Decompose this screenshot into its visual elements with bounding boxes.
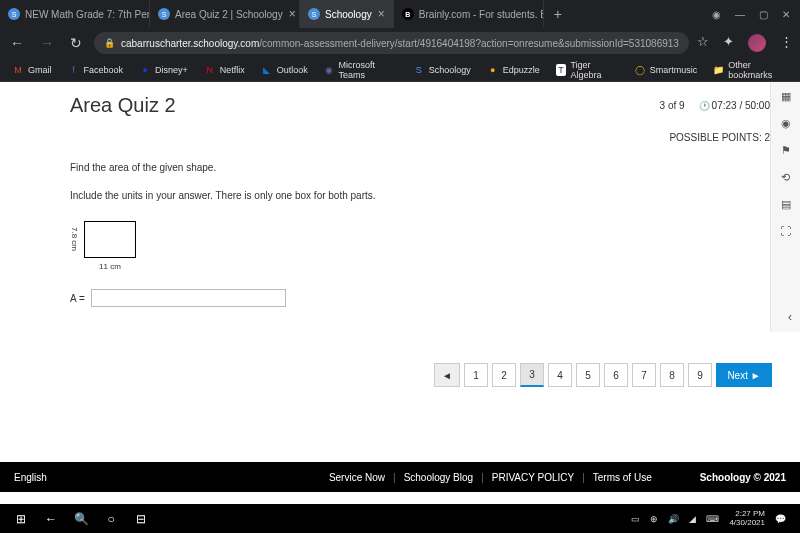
- quiz-meta: 3 of 9 07:23 / 50:00: [660, 100, 770, 111]
- footer-link[interactable]: Service Now: [329, 472, 385, 483]
- smartmusic-icon: ◯: [634, 64, 646, 76]
- footer-link[interactable]: Terms of Use: [593, 472, 652, 483]
- page-number[interactable]: 4: [548, 363, 572, 387]
- page-number[interactable]: 8: [660, 363, 684, 387]
- bookmark-schoology[interactable]: SSchoology: [407, 64, 477, 76]
- tab-label: NEW Math Grade 7: 7th Perioc: [25, 9, 150, 20]
- search-icon[interactable]: 🔍: [66, 512, 96, 526]
- close-icon[interactable]: ×: [372, 7, 385, 21]
- wifi-icon[interactable]: ⊕: [650, 514, 658, 524]
- forward-button[interactable]: →: [36, 35, 58, 51]
- schoology-icon: S: [8, 8, 20, 20]
- url-bar[interactable]: 🔒 cabarruscharter.schoology.com/common-a…: [94, 32, 689, 54]
- tab-label: Brainly.com - For students. By: [419, 9, 544, 20]
- close-icon[interactable]: ×: [283, 7, 296, 21]
- gmail-icon: M: [12, 64, 24, 76]
- page-number-active[interactable]: 3: [520, 363, 544, 387]
- tray-icon[interactable]: ▭: [631, 514, 640, 524]
- windows-taskbar: ⊞ ← 🔍 ○ ⊟ ▭ ⊕ 🔊 ◢ ⌨ 2:27 PM 4/30/2021 💬: [0, 504, 800, 533]
- system-clock[interactable]: 2:27 PM 4/30/2021: [729, 510, 765, 528]
- question-block: Find the area of the given shape. Includ…: [70, 162, 780, 307]
- edpuzzle-icon: ●: [487, 64, 499, 76]
- page-number[interactable]: 7: [632, 363, 656, 387]
- back-icon[interactable]: ←: [36, 512, 66, 526]
- answer-row: A =: [70, 289, 780, 307]
- close-window-icon[interactable]: ✕: [782, 9, 790, 20]
- star-icon[interactable]: ☆: [697, 34, 709, 52]
- tab-label: Schoology: [325, 9, 372, 20]
- footer-copyright: Schoology © 2021: [700, 472, 786, 483]
- minimize-icon[interactable]: —: [735, 9, 745, 20]
- page-content: Area Quiz 2 3 of 9 07:23 / 50:00 POSSIBL…: [0, 82, 800, 462]
- width-label: 11 cm: [84, 262, 136, 271]
- cortana-icon[interactable]: ○: [96, 512, 126, 526]
- footer-link[interactable]: PRIVACY POLICY: [492, 472, 574, 483]
- answer-input[interactable]: [91, 289, 286, 307]
- bookmark-edpuzzle[interactable]: ●Edpuzzle: [481, 64, 546, 76]
- bookmark-gmail[interactable]: MGmail: [6, 64, 58, 76]
- calendar-icon[interactable]: ▦: [781, 90, 791, 103]
- back-button[interactable]: ←: [6, 35, 28, 51]
- page-next[interactable]: Next ►: [716, 363, 772, 387]
- task-view-icon[interactable]: ⊟: [126, 512, 156, 526]
- bookmark-disney[interactable]: ●Disney+: [133, 64, 194, 76]
- facebook-icon: f: [68, 64, 80, 76]
- window-controls: ◉ — ▢ ✕: [712, 9, 800, 20]
- page-number[interactable]: 6: [604, 363, 628, 387]
- disney-icon: ●: [139, 64, 151, 76]
- maximize-icon[interactable]: ▢: [759, 9, 768, 20]
- windows-start-icon[interactable]: ⊞: [6, 512, 36, 526]
- page-number[interactable]: 1: [464, 363, 488, 387]
- page-footer: English Service Now | Schoology Blog | P…: [0, 462, 800, 492]
- bookmarks-bar: MGmail fFacebook ●Disney+ NNetflix ◣Outl…: [0, 58, 800, 82]
- browser-tab[interactable]: S Area Quiz 2 | Schoology ×: [150, 0, 300, 28]
- refresh-icon[interactable]: ⟲: [781, 171, 790, 184]
- chevron-left-icon[interactable]: ‹: [788, 310, 792, 324]
- accessibility-icon[interactable]: ◉: [781, 117, 791, 130]
- lock-icon: 🔒: [104, 38, 115, 48]
- page-prev[interactable]: ◄: [434, 363, 460, 387]
- time-remaining: 07:23 / 50:00: [699, 100, 770, 111]
- browser-tab[interactable]: B Brainly.com - For students. By ×: [394, 0, 544, 28]
- tab-label: Area Quiz 2 | Schoology: [175, 9, 283, 20]
- page-number[interactable]: 2: [492, 363, 516, 387]
- browser-tab-active[interactable]: S Schoology ×: [300, 0, 394, 28]
- bookmark-facebook[interactable]: fFacebook: [62, 64, 130, 76]
- calculator-icon[interactable]: ▤: [781, 198, 791, 211]
- url-bar-row: ← → ↻ 🔒 cabarruscharter.schoology.com/co…: [0, 28, 800, 58]
- extensions-icon[interactable]: ✦: [723, 34, 734, 52]
- bookmark-outlook[interactable]: ◣Outlook: [255, 64, 314, 76]
- notifications-icon[interactable]: 💬: [775, 514, 786, 524]
- menu-icon[interactable]: ⋮: [780, 34, 793, 52]
- page-number[interactable]: 9: [688, 363, 712, 387]
- record-icon[interactable]: ◉: [712, 9, 721, 20]
- language-selector[interactable]: English: [14, 472, 47, 483]
- tools-sidebar: ▦ ◉ ⚑ ⟲ ▤ ⛶: [770, 82, 800, 332]
- footer-link[interactable]: Schoology Blog: [404, 472, 474, 483]
- browser-tab[interactable]: S NEW Math Grade 7: 7th Perioc ×: [0, 0, 150, 28]
- avatar-icon[interactable]: [748, 34, 766, 52]
- keyboard-icon[interactable]: ⌨: [706, 514, 719, 524]
- schoology-icon: S: [158, 8, 170, 20]
- volume-icon[interactable]: 🔊: [668, 514, 679, 524]
- answer-label: A =: [70, 293, 85, 304]
- reload-button[interactable]: ↻: [66, 35, 86, 51]
- new-tab-button[interactable]: +: [544, 6, 572, 22]
- bookmark-netflix[interactable]: NNetflix: [198, 64, 251, 76]
- brainly-icon: B: [402, 8, 414, 20]
- schoology-icon: S: [413, 64, 425, 76]
- fullscreen-icon[interactable]: ⛶: [780, 225, 791, 237]
- bookmark-teams[interactable]: ◉Microsoft Teams: [318, 60, 403, 80]
- folder-icon: 📁: [713, 64, 724, 76]
- bookmark-tiger[interactable]: TTiger Algebra: [550, 60, 624, 80]
- other-bookmarks[interactable]: 📁Other bookmarks: [707, 60, 794, 80]
- battery-icon[interactable]: ◢: [689, 514, 696, 524]
- url-text: cabarruscharter.schoology.com/common-ass…: [121, 38, 679, 49]
- page-number[interactable]: 5: [576, 363, 600, 387]
- possible-points: POSSIBLE POINTS: 2: [669, 132, 770, 143]
- bookmark-smartmusic[interactable]: ◯Smartmusic: [628, 64, 704, 76]
- flag-icon[interactable]: ⚑: [781, 144, 791, 157]
- question-line-2: Include the units in your answer. There …: [70, 190, 780, 201]
- shape-diagram: 7.8 cm 11 cm: [70, 221, 160, 271]
- schoology-icon: S: [308, 8, 320, 20]
